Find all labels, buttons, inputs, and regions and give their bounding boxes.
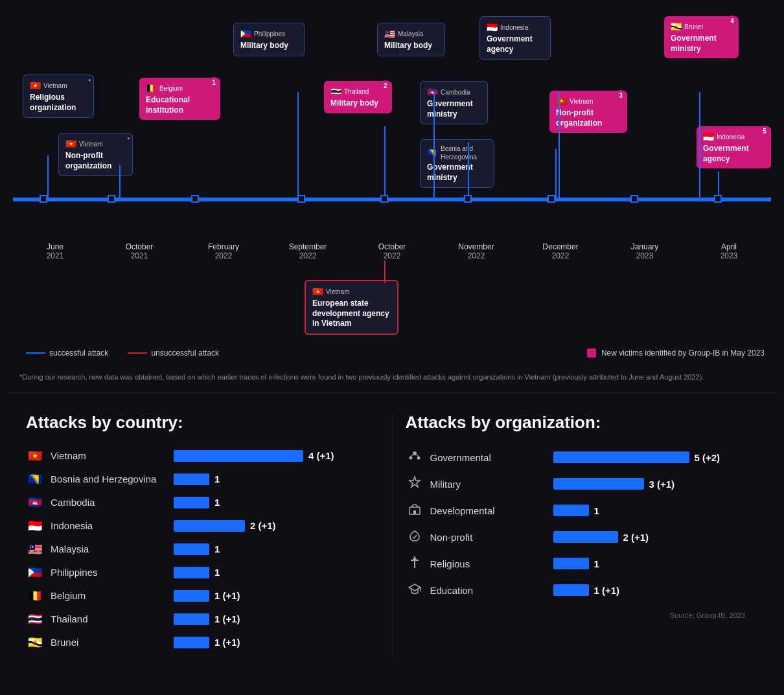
bar-bih-fill [174, 473, 209, 485]
bar-nonprofit: 2 (+1) [553, 531, 649, 543]
card-kh-gov: 🇰🇭 Cambodia Government ministry [420, 81, 488, 124]
attacks-by-org-panel: Attacks by organization: Governmental 5 … [393, 413, 772, 659]
connector-vn-np2 [555, 149, 557, 198]
badge-2: 2 [380, 80, 391, 91]
flag-my: 🇲🇾 [384, 28, 395, 40]
timeline-section: 🇵🇭 Philippines Military body 🇲🇾 Malaysia… [0, 0, 784, 393]
card-id-gov2: 5 🇮🇩 Indonesia Government agency [697, 126, 771, 168]
label-developmental: Developmental [430, 505, 547, 516]
country-kh: Cambodia [441, 88, 470, 97]
icon-religious [406, 555, 424, 573]
flag-be: 🇧🇪 [146, 82, 157, 94]
flag-ph: 🇵🇭 [240, 28, 251, 40]
val-indonesia: 2 (+1) [250, 520, 276, 531]
country-my: Malaysia [398, 30, 423, 38]
flag-vn-chart: 🇻🇳 [26, 449, 44, 463]
card-id-gov1: 🇮🇩 Indonesia Government agency [479, 16, 551, 60]
connector-th-mil [384, 126, 386, 198]
row-military: Military 3 (+1) [406, 475, 759, 493]
country-ba: Bosnia and Herzegovina [441, 144, 487, 161]
flag-id-chart: 🇮🇩 [26, 519, 44, 533]
val-bih: 1 [214, 473, 220, 484]
country-id1: Indonesia [500, 23, 528, 32]
label-sep2022: September 2022 [266, 242, 350, 260]
label-dec2022: December 2022 [518, 242, 603, 260]
org-vn1: Religious organization [30, 93, 87, 113]
tick-jun2021 [40, 195, 47, 203]
flag-kh-chart: 🇰🇭 [26, 496, 44, 510]
attacks-by-org-title: Attacks by organization: [406, 413, 759, 433]
flag-id1: 🇮🇩 [487, 21, 498, 33]
tick-oct2021 [108, 195, 115, 203]
flag-kh: 🇰🇭 [427, 86, 438, 98]
connector-be-edu [119, 165, 121, 198]
legend-new-victims: New victims identified by Group-IB in Ma… [587, 348, 765, 358]
tick-feb2022 [191, 195, 199, 203]
label-belgium: Belgium [51, 590, 167, 601]
label-bih: Bosnia and Herzegovina [51, 473, 167, 484]
bar-developmental: 1 [553, 505, 599, 516]
icon-military [406, 475, 424, 493]
card-vn-nonprofit2: 3 🇻🇳 Vietnam Non-profit organization [549, 91, 627, 133]
bar-belgium: 1 (+1) [174, 590, 240, 602]
flag-vn3: 🇻🇳 [556, 95, 567, 107]
label-jan2023: January 2023 [603, 242, 687, 260]
card-vn-nonprofit1: * 🇻🇳 Vietnam Non-profit organization [58, 133, 133, 176]
tick-oct2022 [380, 195, 388, 203]
bar-thailand-fill [174, 613, 209, 625]
flag-vn2: 🇻🇳 [65, 138, 76, 150]
flag-th-chart: 🇹🇭 [26, 612, 44, 626]
bar-indonesia-fill [174, 520, 245, 532]
label-thailand: Thailand [51, 613, 167, 624]
tick-jan2023 [630, 195, 638, 203]
below-timeline: 🇻🇳 Vietnam European state development ag… [13, 260, 771, 338]
label-feb2022: February 2022 [181, 242, 266, 260]
bar-philippines: 1 [174, 567, 220, 578]
label-oct2021: October 2021 [97, 242, 181, 260]
label-malaysia: Malaysia [51, 543, 167, 554]
bar-religious-fill [553, 558, 589, 569]
tick-dec2022 [548, 195, 555, 203]
country-th: Thailand [344, 87, 369, 96]
org-id1: Government agency [487, 34, 544, 54]
country-vn4: Vietnam [326, 288, 350, 296]
card-vn-euro: 🇻🇳 Vietnam European state development ag… [305, 280, 398, 335]
bar-malaysia: 1 [174, 543, 220, 555]
connector-id-gov1 [559, 92, 560, 198]
val-cambodia: 1 [214, 497, 220, 508]
icon-nonprofit [406, 529, 424, 546]
bar-nonprofit-fill [553, 531, 618, 543]
row-belgium: 🇧🇪 Belgium 1 (+1) [26, 589, 379, 603]
badge-5: 5 [759, 126, 770, 136]
row-malaysia: 🇲🇾 Malaysia 1 [26, 542, 379, 556]
bottom-section: Attacks by country: 🇻🇳 Vietnam 4 (+1) 🇧🇦… [0, 393, 784, 678]
svg-point-0 [413, 451, 417, 455]
star-vn-rel: * [88, 78, 91, 85]
source-note: Source: Group-IB, 2023 [406, 608, 759, 622]
bar-bih: 1 [174, 473, 220, 485]
org-my: Military body [384, 41, 438, 51]
label-governmental: Governmental [430, 452, 547, 463]
flag-bn-chart: 🇧🇳 [26, 635, 44, 650]
label-religious: Religious [430, 558, 547, 569]
tick-sep2022 [297, 195, 305, 203]
val-governmental: 5 (+2) [695, 452, 721, 463]
bar-brunei: 1 (+1) [174, 637, 240, 648]
row-bih: 🇧🇦 Bosnia and Herzegovina 1 [26, 472, 379, 486]
org-vn3: Non-profit organization [556, 108, 621, 128]
bar-malaysia-fill [174, 543, 209, 555]
icon-governmental [406, 449, 424, 466]
org-be: Educational institution [146, 95, 214, 115]
connector-ph-military [297, 92, 299, 198]
flag-ba-chart: 🇧🇦 [26, 472, 44, 486]
val-belgium: 1 (+1) [214, 590, 240, 601]
legend-unsuccessful: unsuccessful attack [128, 348, 219, 358]
attacks-by-country-title: Attacks by country: [26, 413, 379, 433]
tick-apr2023 [714, 195, 722, 203]
flag-ph-chart: 🇵🇭 [26, 565, 44, 580]
icon-education [406, 582, 424, 599]
org-th: Military body [330, 98, 386, 109]
bar-education-fill [553, 584, 589, 596]
val-nonprofit: 2 (+1) [623, 532, 649, 543]
org-ph: Military body [240, 41, 297, 51]
